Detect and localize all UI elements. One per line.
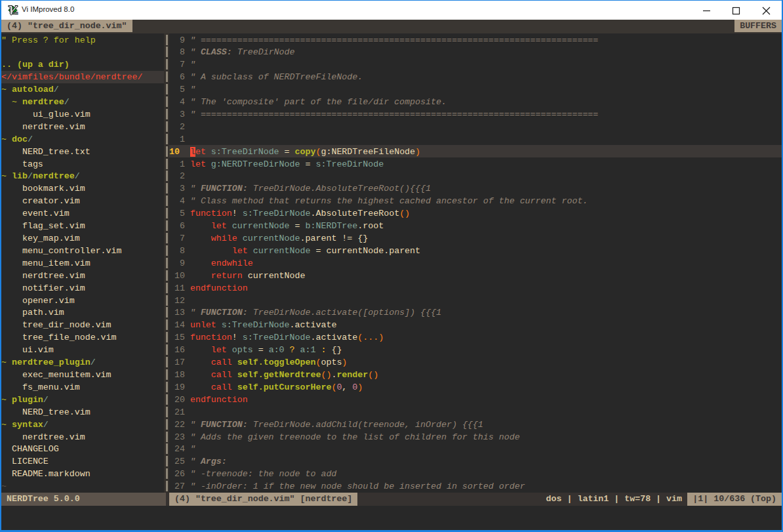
svg-text:im: im (12, 10, 18, 16)
